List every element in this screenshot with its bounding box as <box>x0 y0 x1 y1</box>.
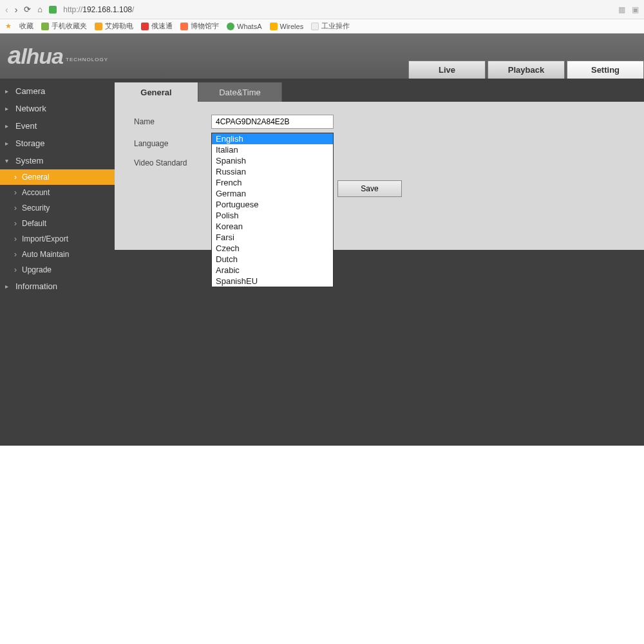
sidebar-section-event[interactable]: Event <box>0 117 115 135</box>
bookmark-icon <box>141 23 149 30</box>
language-option-arabic[interactable]: Arabic <box>212 265 333 276</box>
browser-address-bar: ‹ › ⟳ ⌂ http://192.168.1.108/ ▦ ▣ <box>0 0 644 19</box>
sidebar: Camera Network Event Storage System Gene… <box>0 79 115 446</box>
language-option-spanisheu[interactable]: SpanishEU <box>212 276 333 287</box>
sidebar-section-camera[interactable]: Camera <box>0 82 115 100</box>
language-option-farsi[interactable]: Farsi <box>212 232 333 243</box>
bookmarks-bar: ★ 收藏 手机收藏夹 艾姆勒电 俄速通 博物馆宇 WhatsA Wireles … <box>0 19 644 33</box>
label-name: Name <box>134 117 211 126</box>
sidebar-item-default[interactable]: Default <box>0 216 115 231</box>
tab-setting[interactable]: Setting <box>567 61 644 79</box>
language-option-french[interactable]: French <box>212 177 333 188</box>
row-language: Language <box>134 139 625 148</box>
tab-live[interactable]: Live <box>408 61 486 79</box>
qr-icon[interactable]: ▦ <box>618 5 625 14</box>
row-name: Name <box>134 115 625 129</box>
sidebar-section-information[interactable]: Information <box>0 278 115 295</box>
shield-icon <box>49 6 57 14</box>
logo-text: lhua <box>21 44 63 69</box>
sidebar-item-general[interactable]: General <box>0 169 115 185</box>
url-prefix: http:// <box>63 5 82 14</box>
app-header: alhua TECHNOLOGY Live Playback Setting <box>0 33 644 79</box>
settings-panel: Name Language Video Standard Default fre… <box>115 102 644 250</box>
language-option-dutch[interactable]: Dutch <box>212 254 333 265</box>
logo-subtext: TECHNOLOGY <box>66 57 108 62</box>
tab-playback[interactable]: Playback <box>488 61 565 79</box>
language-option-spanish[interactable]: Spanish <box>212 155 333 166</box>
url-host: 192.168.1.108 <box>82 5 132 14</box>
browser-right-icons: ▦ ▣ <box>618 5 639 14</box>
reload-button[interactable]: ⟳ <box>24 5 31 14</box>
content-area: General Date&Time Name Language Video St… <box>115 79 644 446</box>
url-display[interactable]: http://192.168.1.108/ <box>63 5 134 14</box>
url-suffix: / <box>132 5 134 14</box>
content-tabs: General Date&Time <box>115 82 644 102</box>
logo-at: a <box>8 42 21 70</box>
label-language: Language <box>134 139 211 148</box>
bookmark-item[interactable]: 手机收藏夹 <box>41 21 87 31</box>
language-option-czech[interactable]: Czech <box>212 243 333 254</box>
bookmark-icon <box>180 23 188 30</box>
bookmark-item[interactable]: 艾姆勒电 <box>95 21 133 31</box>
bookmark-item[interactable]: 博物馆宇 <box>180 21 219 31</box>
language-option-portuguese[interactable]: Portuguese <box>212 199 333 210</box>
main-area: Camera Network Event Storage System Gene… <box>0 79 644 446</box>
sidebar-item-upgrade[interactable]: Upgrade <box>0 262 115 278</box>
sidebar-item-auto-maintain[interactable]: Auto Maintain <box>0 247 115 262</box>
language-option-english[interactable]: English <box>212 133 333 144</box>
bookmark-icon <box>227 23 234 30</box>
back-button[interactable]: ‹ <box>5 5 8 15</box>
language-dropdown[interactable]: English Italian Spanish Russian French G… <box>211 133 334 287</box>
save-button[interactable]: Save <box>337 180 402 197</box>
language-option-russian[interactable]: Russian <box>212 166 333 177</box>
language-option-polish[interactable]: Polish <box>212 210 333 221</box>
brand-logo: alhua TECHNOLOGY <box>8 42 108 70</box>
forward-button[interactable]: › <box>15 5 18 15</box>
language-option-italian[interactable]: Italian <box>212 144 333 155</box>
bookmark-icon <box>95 23 102 30</box>
favorites-label: 收藏 <box>19 21 33 31</box>
bookmark-icon <box>270 23 278 30</box>
bookmark-item[interactable]: 俄速通 <box>141 21 173 31</box>
top-tabs: Live Playback Setting <box>408 61 644 79</box>
bookmark-item[interactable]: 工业操作 <box>311 21 350 31</box>
home-button[interactable]: ⌂ <box>37 5 43 14</box>
sidebar-section-system[interactable]: System <box>0 152 115 169</box>
input-name[interactable] <box>211 115 334 129</box>
bookmark-item[interactable]: Wireles <box>270 23 304 30</box>
language-option-german[interactable]: German <box>212 188 333 199</box>
bookmark-item[interactable]: WhatsA <box>227 23 262 30</box>
bookmark-icon <box>311 23 319 30</box>
sidebar-item-account[interactable]: Account <box>0 185 115 200</box>
label-video-standard: Video Standard <box>134 158 211 167</box>
content-tab-general[interactable]: General <box>115 82 198 102</box>
sidebar-item-import-export[interactable]: Import/Export <box>0 231 115 247</box>
sidebar-section-storage[interactable]: Storage <box>0 135 115 152</box>
content-tab-datetime[interactable]: Date&Time <box>198 82 282 102</box>
bookmark-icon <box>41 23 49 30</box>
extension-icon[interactable]: ▣ <box>632 5 639 14</box>
language-option-korean[interactable]: Korean <box>212 221 333 232</box>
sidebar-item-security[interactable]: Security <box>0 200 115 216</box>
sidebar-section-network[interactable]: Network <box>0 100 115 117</box>
favorites-star-icon[interactable]: ★ <box>5 22 12 30</box>
row-video-standard: Video Standard <box>134 158 625 167</box>
